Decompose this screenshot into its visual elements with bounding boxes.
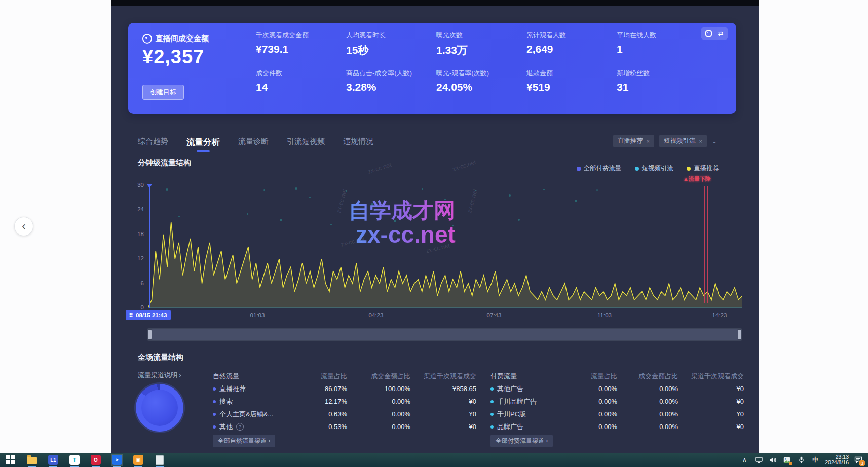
taskbar-app-active[interactable]: ➤ (111, 454, 123, 466)
x-tick-label: 14:23 (702, 312, 737, 318)
alert-vline (707, 186, 708, 303)
image-app-icon[interactable] (782, 455, 791, 464)
tray-clock[interactable]: 23:13 2024/8/16 (825, 454, 849, 465)
taskbar-app-orange[interactable]: ▣ (132, 454, 144, 466)
y-tick-label: 24 (129, 206, 144, 212)
table-row: 品牌广告 0.00% 0.00% ¥0 (490, 420, 744, 433)
legend-live-recommend[interactable]: 直播推荐 (687, 164, 719, 173)
legend-dot (687, 167, 691, 171)
file-explorer-button[interactable] (26, 454, 38, 466)
tab-traffic-diagnosis[interactable]: 流量诊断 (238, 137, 269, 152)
taskbar-app-notepad[interactable] (154, 454, 166, 466)
close-icon[interactable]: × (699, 138, 702, 144)
opera-icon: O (91, 455, 101, 465)
slider-left-handle[interactable] (148, 330, 152, 339)
natural-traffic-table: 自然流量 流量占比 成交金额占比 渠道千次观看成交 直播推荐 86.07% 10… (213, 370, 476, 433)
ime-indicator[interactable]: 中 (811, 455, 820, 464)
target-icon (142, 34, 152, 44)
table-row: 直播推荐 86.07% 100.00% ¥858.65 (213, 382, 476, 395)
watermark-faint: zx-cc.net (451, 159, 477, 173)
gear-icon[interactable] (704, 29, 713, 38)
x-axis-line (148, 308, 742, 308)
legend-short-video[interactable]: 短视频引流 (635, 164, 674, 173)
table-row: 千川品牌广告 0.00% 0.00% ¥0 (490, 395, 744, 408)
metric-cell: 累计观看人数2,649 (526, 31, 617, 68)
metric-cell: 曝光-观看率(次数)24.05% (436, 69, 526, 106)
channel-note-link[interactable]: 流量渠道说明 › (138, 371, 181, 380)
bullet-icon (490, 425, 494, 429)
tray-chevron-up-icon[interactable]: ∧ (740, 455, 749, 464)
metric-cell: 新增粉丝数31 (617, 69, 707, 106)
windows-taskbar: L1 T O ➤ ▣ ∧ (0, 453, 868, 467)
metric-cell: 千次观看成交金额¥739.1 (256, 31, 346, 68)
orange-app-icon: ▣ (133, 455, 143, 465)
info-icon[interactable]: ? (236, 423, 244, 431)
tab-overall-trend[interactable]: 综合趋势 (138, 137, 168, 152)
table-row: 个人主页&店铺&... 0.63% 0.00% ¥0 (213, 408, 476, 420)
bullet-icon (213, 400, 216, 403)
microphone-icon[interactable] (797, 455, 806, 464)
taskbar-app-l1[interactable]: L1 (47, 454, 59, 466)
taskbar-app-t[interactable]: T (68, 454, 81, 466)
table-header: 付费流量 流量占比 成交金额占比 渠道千次观看成交 (490, 370, 744, 382)
bullet-icon (213, 413, 216, 416)
session-section-title: 全场流量结构 (138, 353, 183, 362)
bullet-icon (490, 400, 494, 403)
channel-filter: 直播推荐 × 短视频引流 × ⌄ (613, 135, 717, 147)
minute-section-title: 分钟级流量结构 (138, 158, 191, 168)
metric-cell: 成交件数14 (256, 69, 346, 106)
x-axis-start-label[interactable]: ⠿ 08/15 21:43 (126, 310, 171, 320)
speaker-icon[interactable] (768, 455, 777, 464)
system-tray: ∧ 中 23:13 2024/8/16 3 (740, 454, 868, 465)
bullet-icon (213, 387, 216, 391)
notepad-icon (156, 455, 164, 465)
cursor-app-icon: ➤ (112, 455, 122, 465)
y-tick-label: 6 (129, 280, 144, 286)
y-tick-label: 18 (129, 231, 144, 237)
metric-cell: 退款金额¥519 (526, 69, 617, 106)
alert-vline (704, 186, 705, 303)
video-player-page: ‹ 直播间成交金额 ¥2,357 创建目标 千次观看成交金额¥739.1 人均观… (0, 0, 868, 467)
drag-grip-icon: ⠿ (129, 312, 133, 319)
filter-tag-live-recommend[interactable]: 直播推荐 × (613, 135, 654, 147)
traffic-drop-annotation: ▲流量下降 (683, 175, 711, 183)
swap-icon[interactable]: ⇄ (716, 29, 725, 38)
chevron-down-icon[interactable]: ⌄ (712, 138, 717, 145)
notification-center-icon[interactable]: 3 (854, 455, 863, 464)
desktop-screenshot: 直播间成交金额 ¥2,357 创建目标 千次观看成交金额¥739.1 人均观看时… (111, 0, 759, 453)
legend-paid-traffic[interactable]: 全部付费流量 (577, 164, 622, 173)
all-natural-channels-link[interactable]: 全部自然流量渠道 › (213, 435, 275, 447)
network-icon[interactable] (754, 455, 763, 464)
folder-icon (27, 457, 37, 464)
bullet-icon (490, 413, 494, 416)
table-row: 其他? 0.53% 0.00% ¥0 (213, 420, 476, 433)
table-header: 自然流量 流量占比 成交金额占比 渠道千次观看成交 (213, 370, 476, 382)
filter-tag-short-video[interactable]: 短视频引流 × (659, 135, 707, 147)
time-range-slider[interactable] (147, 328, 742, 341)
badge (789, 462, 792, 465)
y-tick-label: 12 (129, 255, 144, 261)
tab-violations[interactable]: 违规情况 (343, 137, 373, 152)
chart-legend: 全部付费流量 短视频引流 直播推荐 (577, 164, 720, 173)
traffic-donut-chart (136, 384, 183, 432)
taskbar-app-opera[interactable]: O (90, 454, 102, 466)
windows-logo-icon (6, 455, 15, 464)
stream-start-marker (149, 185, 150, 308)
window-top-bar (111, 0, 759, 6)
slider-right-handle[interactable] (738, 330, 741, 339)
paid-traffic-table: 付费流量 流量占比 成交金额占比 渠道千次观看成交 其他广告 0.00% 0.0… (490, 370, 744, 433)
tab-traffic-analysis[interactable]: 流量分析 (186, 137, 220, 152)
metric-cell: 商品点击-成交率(人数)3.28% (346, 69, 436, 106)
all-paid-channels-link[interactable]: 全部付费流量渠道 › (490, 435, 553, 447)
back-arrow-button[interactable]: ‹ (14, 217, 33, 236)
create-goal-button[interactable]: 创建目标 (142, 85, 184, 100)
close-icon[interactable]: × (647, 138, 650, 144)
x-tick-label: 11:03 (587, 312, 622, 318)
bullet-icon (213, 425, 216, 429)
banner-title: 直播间成交金额 (156, 34, 209, 44)
start-button[interactable] (5, 454, 17, 466)
tab-short-video[interactable]: 引流短视频 (287, 137, 325, 152)
table-row: 其他广告 0.00% 0.00% ¥0 (490, 382, 744, 395)
gmv-value: ¥2,357 (142, 46, 204, 68)
bullet-icon (490, 387, 494, 391)
